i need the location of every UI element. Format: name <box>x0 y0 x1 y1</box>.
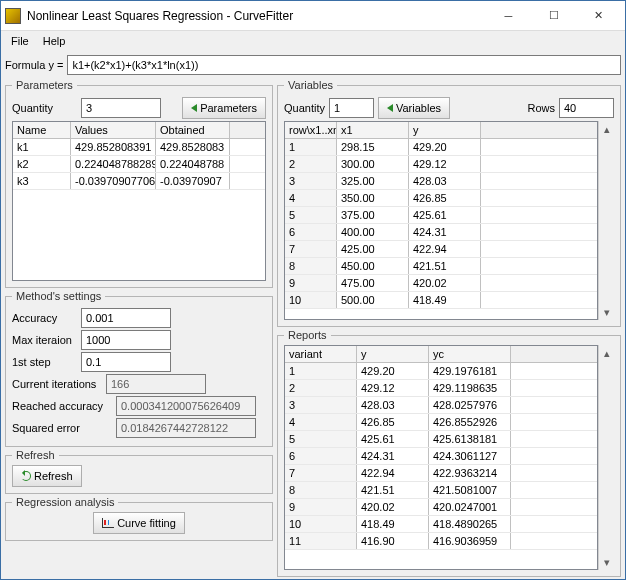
arrow-left-icon <box>191 104 197 112</box>
variables-fieldset: Variables Quantity Variables Rows <box>277 79 621 327</box>
table-row[interactable]: 5375.00425.61 <box>285 207 597 224</box>
rep-col-variant[interactable]: variant <box>285 346 357 362</box>
table-row[interactable]: 10500.00418.49 <box>285 292 597 309</box>
curiter-label: Current iterations <box>12 378 102 390</box>
variables-button[interactable]: Variables <box>378 97 450 119</box>
method-fieldset: Method's settings Accuracy Max iteraion … <box>5 290 273 447</box>
window-title: Nonlinear Least Squares Regression - Cur… <box>27 9 486 23</box>
rows-label: Rows <box>527 102 555 114</box>
variables-legend: Variables <box>284 79 337 91</box>
refresh-legend: Refresh <box>12 449 59 461</box>
rep-col-y[interactable]: y <box>357 346 429 362</box>
regression-legend: Regression analysis <box>12 496 118 508</box>
minimize-button[interactable]: ─ <box>486 2 531 30</box>
parameters-grid[interactable]: Name Values Obtained k1429.852808391429.… <box>12 121 266 281</box>
accuracy-input[interactable] <box>81 308 171 328</box>
table-row[interactable]: 7425.00422.94 <box>285 241 597 258</box>
reports-legend: Reports <box>284 329 331 341</box>
table-row[interactable]: 6400.00424.31 <box>285 224 597 241</box>
var-quantity-input[interactable] <box>329 98 374 118</box>
table-row[interactable]: 1298.15429.20 <box>285 139 597 156</box>
table-row[interactable]: k3-0.0397090770657-0.03970907 <box>13 173 265 190</box>
table-row[interactable]: 5425.61425.6138181 <box>285 431 597 448</box>
menubar: File Help <box>1 31 625 51</box>
var-quantity-label: Quantity <box>284 102 325 114</box>
table-row[interactable]: 6424.31424.3061127 <box>285 448 597 465</box>
table-row[interactable]: 9475.00420.02 <box>285 275 597 292</box>
arrow-left-icon <box>387 104 393 112</box>
table-row[interactable]: 8450.00421.51 <box>285 258 597 275</box>
reports-scrollbar[interactable]: ▴ ▾ <box>598 345 614 570</box>
table-row[interactable]: 3325.00428.03 <box>285 173 597 190</box>
table-row[interactable]: 4426.85426.8552926 <box>285 414 597 431</box>
accuracy-label: Accuracy <box>12 312 77 324</box>
step-label: 1st step <box>12 356 77 368</box>
refresh-button[interactable]: Refresh <box>12 465 82 487</box>
table-row[interactable]: k20.2240487882890.224048788 <box>13 156 265 173</box>
chart-icon <box>102 518 114 528</box>
table-row[interactable]: 11416.90416.9036959 <box>285 533 597 550</box>
scroll-down-icon[interactable]: ▾ <box>599 304 614 320</box>
scroll-up-icon[interactable]: ▴ <box>599 121 614 137</box>
table-row[interactable]: 10418.49418.4890265 <box>285 516 597 533</box>
menu-help[interactable]: Help <box>37 33 72 49</box>
reports-fieldset: Reports variant y yc 1429.20429.19761812… <box>277 329 621 577</box>
reached-output <box>116 396 256 416</box>
reached-label: Reached accuracy <box>12 400 112 412</box>
method-legend: Method's settings <box>12 290 105 302</box>
parameters-legend: Parameters <box>12 79 77 91</box>
menu-file[interactable]: File <box>5 33 35 49</box>
param-quantity-input[interactable] <box>81 98 161 118</box>
var-col-row[interactable]: row\x1..xn, y <box>285 122 337 138</box>
maxiter-input[interactable] <box>81 330 171 350</box>
table-row[interactable]: 2429.12429.1198635 <box>285 380 597 397</box>
table-row[interactable]: 9420.02420.0247001 <box>285 499 597 516</box>
app-icon <box>5 8 21 24</box>
param-quantity-label: Quantity <box>12 102 77 114</box>
curve-fitting-button[interactable]: Curve fitting <box>93 512 185 534</box>
table-row[interactable]: 4350.00426.85 <box>285 190 597 207</box>
param-col-values[interactable]: Values <box>71 122 156 138</box>
refresh-fieldset: Refresh Refresh <box>5 449 273 494</box>
table-row[interactable]: 2300.00429.12 <box>285 156 597 173</box>
rows-input[interactable] <box>559 98 614 118</box>
param-col-name[interactable]: Name <box>13 122 71 138</box>
reports-grid[interactable]: variant y yc 1429.20429.19761812429.1242… <box>284 345 598 570</box>
scroll-down-icon[interactable]: ▾ <box>599 554 614 570</box>
var-col-x1[interactable]: x1 <box>337 122 409 138</box>
formula-label: Formula y = <box>5 59 63 71</box>
titlebar[interactable]: Nonlinear Least Squares Regression - Cur… <box>1 1 625 31</box>
maxiter-label: Max iteraion <box>12 334 77 346</box>
regression-fieldset: Regression analysis Curve fitting <box>5 496 273 541</box>
rep-col-yc[interactable]: yc <box>429 346 511 362</box>
sqerr-output <box>116 418 256 438</box>
table-row[interactable]: 8421.51421.5081007 <box>285 482 597 499</box>
table-row[interactable]: 7422.94422.9363214 <box>285 465 597 482</box>
close-button[interactable]: ✕ <box>576 2 621 30</box>
table-row[interactable]: 1429.20429.1976181 <box>285 363 597 380</box>
parameters-button[interactable]: Parameters <box>182 97 266 119</box>
formula-input[interactable] <box>67 55 621 75</box>
sqerr-label: Squared error <box>12 422 112 434</box>
maximize-button[interactable]: ☐ <box>531 2 576 30</box>
scroll-up-icon[interactable]: ▴ <box>599 345 614 361</box>
param-col-obtained[interactable]: Obtained <box>156 122 230 138</box>
table-row[interactable]: k1429.852808391429.8528083 <box>13 139 265 156</box>
variables-scrollbar[interactable]: ▴ ▾ <box>598 121 614 320</box>
table-row[interactable]: 3428.03428.0257976 <box>285 397 597 414</box>
app-window: Nonlinear Least Squares Regression - Cur… <box>0 0 626 580</box>
step-input[interactable] <box>81 352 171 372</box>
variables-grid[interactable]: row\x1..xn, y x1 y 1298.15429.202300.004… <box>284 121 598 320</box>
parameters-fieldset: Parameters Quantity Parameters Name <box>5 79 273 288</box>
curiter-output <box>106 374 206 394</box>
refresh-icon <box>21 471 31 481</box>
var-col-y[interactable]: y <box>409 122 481 138</box>
